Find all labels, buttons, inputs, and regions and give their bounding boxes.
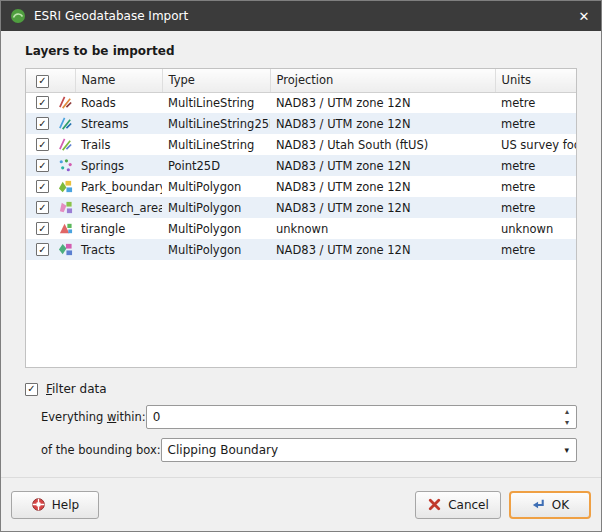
column-header-projection[interactable]: Projection [270,69,495,92]
layer-type: MultiLineString [168,96,254,110]
button-bar: Help Cancel OK [1,477,601,531]
help-icon [31,497,46,512]
layer-icon [58,158,73,173]
layer-name: Springs [81,159,124,173]
cancel-button[interactable]: Cancel [415,491,501,519]
layer-projection: NAD83 / UTM zone 12N [276,159,411,173]
layer-units: metre [501,180,535,194]
table-row[interactable]: ✓ Research_areas MultiPolygon NAD83 / UT… [26,197,577,218]
row-checkbox[interactable]: ✓ [36,180,49,193]
ok-button[interactable]: OK [509,491,591,519]
title-bar[interactable]: ESRI Geodatabase Import ✕ [1,1,601,31]
filter-data-checkbox[interactable]: ✓ [25,383,38,396]
layer-projection: NAD83 / UTM zone 12N [276,96,411,110]
layer-type: MultiLineString [168,138,254,152]
table-row[interactable]: ✓ tirangle MultiPolygon unknown unknown [26,218,577,239]
table-row[interactable]: ✓ Park_boundary MultiPolygon NAD83 / UTM… [26,176,577,197]
layer-name: Research_areas [81,201,162,215]
section-heading: Layers to be imported [25,44,577,58]
layer-type: MultiPolygon [168,201,241,215]
layer-name: Tracts [81,243,115,257]
everything-within-input[interactable] [146,405,577,429]
row-checkbox[interactable]: ✓ [36,96,49,109]
column-header-name[interactable]: Name [75,69,162,92]
row-checkbox[interactable]: ✓ [36,159,49,172]
table-row[interactable]: ✓ Tracts MultiPolygon NAD83 / UTM zone 1… [26,239,577,260]
layer-name: Trails [81,138,111,152]
close-icon[interactable]: ✕ [567,1,601,31]
everything-within-label: Everything within: [41,410,146,424]
spin-down-icon[interactable]: ▾ [559,417,575,428]
layer-type: MultiLineString25D [168,117,270,131]
layer-projection: NAD83 / Utah South (ftUS) [276,138,428,152]
row-checkbox[interactable]: ✓ [36,201,49,214]
chevron-down-icon: ▾ [564,439,569,461]
layer-projection: NAD83 / UTM zone 12N [276,201,411,215]
layer-icon [58,242,73,257]
help-button[interactable]: Help [11,491,99,519]
layer-type: Point25D [168,159,220,173]
everything-within-spinbox: ▴ ▾ [146,405,577,429]
select-all-checkbox[interactable]: ✓ [36,75,49,88]
column-header-type[interactable]: Type [162,69,270,92]
layer-units: metre [501,96,535,110]
layer-icon [58,116,73,131]
layer-type: MultiPolygon [168,222,241,236]
table-row[interactable]: ✓ Springs Point25D NAD83 / UTM zone 12N … [26,155,577,176]
table-header-row: ✓ Name Type Projection Units [26,69,577,92]
layer-projection: NAD83 / UTM zone 12N [276,243,411,257]
bounding-box-dropdown[interactable]: Clipping Boundary ▾ [161,438,577,462]
row-checkbox[interactable]: ✓ [36,243,49,256]
layer-projection: NAD83 / UTM zone 12N [276,117,411,131]
spin-up-icon[interactable]: ▴ [559,406,575,417]
table-row[interactable]: ✓ Trails MultiLineString NAD83 / Utah So… [26,134,577,155]
layer-icon [58,221,73,236]
layer-name: tirangle [81,222,125,236]
row-checkbox[interactable]: ✓ [36,117,49,130]
layer-icon [58,95,73,110]
bounding-box-label: of the bounding box: [41,443,161,457]
filter-data-label[interactable]: Filter data [46,382,107,396]
layer-name: Roads [81,96,116,110]
window-title: ESRI Geodatabase Import [34,9,188,23]
layer-units: unknown [501,222,553,236]
cancel-x-icon [427,497,442,512]
row-checkbox[interactable]: ✓ [36,138,49,151]
layer-projection: NAD83 / UTM zone 12N [276,180,411,194]
ok-arrow-icon [531,497,546,512]
row-checkbox[interactable]: ✓ [36,222,49,235]
table-row[interactable]: ✓ Roads MultiLineString NAD83 / UTM zone… [26,92,577,113]
layer-icon [58,179,73,194]
layer-type: MultiPolygon [168,180,241,194]
layer-table-frame: ✓ Name Type Projection Units ✓ [25,68,577,368]
bounding-box-selected-value: Clipping Boundary [168,443,278,457]
layer-icon [58,137,73,152]
layer-units: metre [501,159,535,173]
app-icon [10,8,26,24]
layer-name: Park_boundary [81,180,162,194]
esri-geodatabase-import-dialog: ESRI Geodatabase Import ✕ Layers to be i… [0,0,602,532]
layer-units: metre [501,243,535,257]
layer-name: Streams [81,117,129,131]
column-header-units[interactable]: Units [495,69,577,92]
layer-projection: unknown [276,222,328,236]
layer-units: US survey foot [501,138,577,152]
layer-type: MultiPolygon [168,243,241,257]
layer-icon [58,200,73,215]
layer-units: metre [501,201,535,215]
layer-units: metre [501,117,535,131]
table-row[interactable]: ✓ Streams MultiLineString25D NAD83 / UTM… [26,113,577,134]
layer-table: ✓ Name Type Projection Units ✓ [26,69,577,260]
